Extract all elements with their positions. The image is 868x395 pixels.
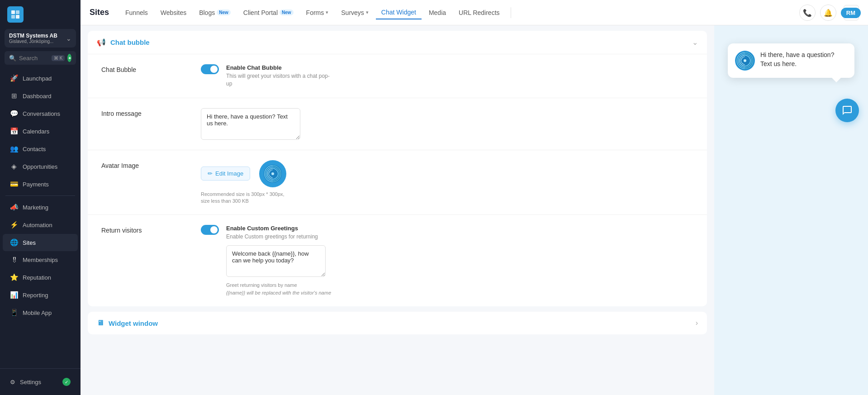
sidebar-item-contacts[interactable]: 👥 Contacts <box>3 140 78 157</box>
svg-point-5 <box>271 172 274 175</box>
sidebar-item-settings[interactable]: ⚙ Settings ✓ <box>3 373 78 390</box>
opportunities-icon: ◈ <box>10 162 18 171</box>
sidebar-item-sites[interactable]: 🌐 Sites <box>3 234 78 251</box>
nav-item-url-redirects[interactable]: URL Redirects <box>453 6 505 19</box>
nav-item-chat-widget[interactable]: Chat Widget <box>376 6 422 19</box>
account-switcher[interactable]: DSTM Systems AB Gislaved, Jönköping... ⌄ <box>5 29 76 48</box>
avatar-hint: Recommended size is 300px * 300px, size … <box>201 191 291 205</box>
intro-message-row: Intro message Hi there, have a question?… <box>88 98 707 150</box>
sidebar-item-opportunities[interactable]: ◈ Opportunities <box>3 158 78 175</box>
mobile-app-icon: 📱 <box>10 309 18 317</box>
section-header-left: 📢 Chat bubble <box>97 38 150 47</box>
sidebar-item-label: Automation <box>23 222 52 228</box>
svg-rect-3 <box>16 15 19 19</box>
avatar-image-label: Avatar Image <box>101 160 192 169</box>
app-logo-icon <box>7 6 24 23</box>
section-collapse-icon: ⌄ <box>692 38 698 47</box>
marketing-icon: 📣 <box>10 203 18 211</box>
sidebar-item-label: Calendars <box>23 128 49 135</box>
sidebar-item-calendars[interactable]: 📅 Calendars <box>3 123 78 140</box>
nav-item-blogs[interactable]: Blogs New <box>194 6 236 19</box>
forms-dropdown-icon: ▾ <box>326 10 328 15</box>
nav-item-surveys[interactable]: Surveys ▾ <box>336 6 374 19</box>
sidebar-item-launchpad[interactable]: 🚀 Launchpad <box>3 70 78 87</box>
nav-item-media[interactable]: Media <box>423 6 451 19</box>
sidebar-item-label: Payments <box>23 181 49 188</box>
avatar-image-row: Avatar Image ✏ Edit Image <box>88 150 707 215</box>
sidebar-item-mobile-app[interactable]: 📱 Mobile App <box>3 304 78 321</box>
intro-message-label: Intro message <box>101 108 192 117</box>
toggle-slider <box>201 64 219 74</box>
sidebar-item-reporting[interactable]: 📊 Reporting <box>3 286 78 304</box>
conversations-icon: 💬 <box>10 109 18 118</box>
search-input[interactable] <box>19 55 49 62</box>
chat-bubble-section: 📢 Chat bubble ⌄ Chat Bubble <box>88 31 707 306</box>
page-title: Sites <box>90 8 109 17</box>
custom-greetings-title: Enable Custom Greetings <box>226 225 693 232</box>
notification-icon-button[interactable]: 🔔 <box>820 5 836 21</box>
reputation-icon: ⭐ <box>10 273 18 281</box>
launchpad-icon: 🚀 <box>10 74 18 82</box>
sidebar-item-memberships[interactable]: 🎖 Memberships <box>3 252 78 268</box>
payments-icon: 💳 <box>10 180 18 188</box>
phone-icon-button[interactable]: 📞 <box>799 5 816 21</box>
sidebar-item-label: Marketing <box>23 204 48 211</box>
svg-rect-2 <box>11 15 15 19</box>
return-toggle-slider <box>201 225 219 235</box>
user-avatar[interactable]: RM <box>841 8 861 18</box>
sidebar-item-automation[interactable]: ⚡ Automation <box>3 216 78 233</box>
intro-message-textarea[interactable]: Hi there, have a question? Text us here. <box>201 108 300 140</box>
widget-header-left: 🖥 Widget window <box>97 319 158 327</box>
chat-bubble-header[interactable]: 📢 Chat bubble ⌄ <box>88 31 707 54</box>
sidebar-item-label: Reporting <box>23 292 48 299</box>
automation-icon: ⚡ <box>10 221 18 229</box>
sidebar-item-label: Reputation <box>23 274 51 281</box>
sidebar-item-conversations[interactable]: 💬 Conversations <box>3 105 78 122</box>
sidebar-item-label: Conversations <box>23 110 60 117</box>
sidebar-item-label: Launchpad <box>23 75 52 82</box>
svg-point-7 <box>744 59 746 62</box>
chat-widget-button[interactable] <box>835 99 859 122</box>
sidebar-item-label: Sites <box>23 239 36 246</box>
settings-icon: ⚙ <box>10 379 15 385</box>
pencil-icon: ✏ <box>208 170 213 177</box>
search-icon: 🔍 <box>9 55 16 62</box>
account-chevron-icon: ⌄ <box>66 35 71 42</box>
chat-bubble-toggle[interactable] <box>201 64 219 74</box>
settings-label: Settings <box>20 379 41 385</box>
greetings-hint-line1: Greet returning visitors by name <box>226 282 297 288</box>
sidebar-item-reputation[interactable]: ⭐ Reputation <box>3 269 78 286</box>
memberships-icon: 🎖 <box>10 256 18 264</box>
return-message-textarea[interactable]: Welcome back {{name}}, how can we help y… <box>226 245 326 277</box>
sidebar-item-marketing[interactable]: 📣 Marketing <box>3 199 78 216</box>
nav-item-funnels[interactable]: Funnels <box>120 6 153 19</box>
edit-image-button[interactable]: ✏ Edit Image <box>201 167 250 181</box>
sidebar-item-label: Opportunities <box>23 163 57 170</box>
nav-item-forms[interactable]: Forms ▾ <box>301 6 334 19</box>
blogs-new-badge: New <box>217 10 231 15</box>
search-extra-icon[interactable]: ✦ <box>67 54 71 62</box>
sites-icon: 🌐 <box>10 238 18 247</box>
widget-window-header[interactable]: 🖥 Widget window › <box>88 312 707 334</box>
search-bar[interactable]: 🔍 ⌘ K ✦ <box>5 51 76 65</box>
section-content: Chat Bubble Enable Chat Bubble This will… <box>88 54 707 306</box>
widget-chevron-icon: › <box>696 319 698 327</box>
avatar-preview <box>259 160 286 187</box>
sidebar-logo <box>0 0 81 29</box>
return-visitors-label: Return visitors <box>101 225 192 234</box>
main-content: Sites Funnels Websites Blogs New Client … <box>81 0 868 395</box>
chat-widget-float <box>835 91 859 122</box>
avatar-section: ✏ Edit Image <box>201 160 291 205</box>
preview-avatar <box>735 51 755 71</box>
client-portal-new-badge: New <box>280 10 294 15</box>
search-shortcut: ⌘ K <box>52 55 65 61</box>
nav-item-websites[interactable]: Websites <box>155 6 192 19</box>
chat-bubble-row: Chat Bubble Enable Chat Bubble This will… <box>88 54 707 98</box>
reporting-icon: 📊 <box>10 291 18 299</box>
sidebar-item-dashboard[interactable]: ⊞ Dashboard <box>3 87 78 105</box>
nav-item-client-portal[interactable]: Client Portal New <box>238 6 299 19</box>
topbar-right: 📞 🔔 RM <box>799 5 861 21</box>
return-visitors-toggle[interactable] <box>201 225 219 235</box>
sidebar-nav: 🚀 Launchpad ⊞ Dashboard 💬 Conversations … <box>0 69 81 368</box>
sidebar-item-payments[interactable]: 💳 Payments <box>3 176 78 193</box>
